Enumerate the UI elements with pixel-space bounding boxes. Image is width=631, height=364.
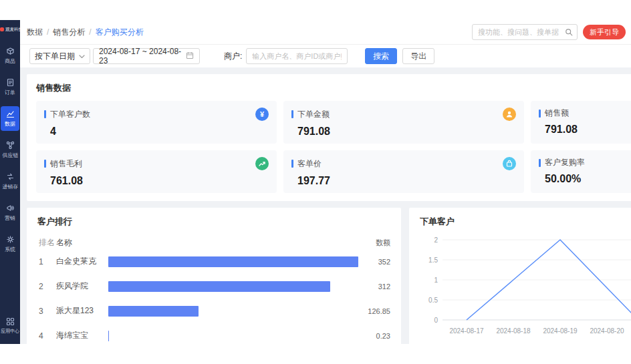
ranking-row: 4 海绵宝宝 0.23 [37, 323, 390, 344]
breadcrumb-item[interactable]: 销售分析 [53, 27, 85, 38]
nodes-icon [6, 141, 15, 150]
svg-text:0.5: 0.5 [428, 297, 438, 304]
guide-button[interactable]: 新手引导 [583, 25, 626, 39]
stat-label: 下单金额 [297, 109, 503, 120]
stat-sales-amount: 销售额 791.08 [531, 101, 631, 144]
stats-grid: 下单客户数 ¥ 4 下单金额 [36, 101, 631, 193]
svg-text:1.5: 1.5 [428, 256, 438, 264]
breadcrumb-separator: / [89, 27, 91, 37]
app-window: 观麦科技 商品 订单 数据 供应链 [0, 20, 631, 344]
svg-text:1: 1 [434, 277, 438, 284]
stat-label: 客单价 [297, 158, 503, 170]
sidebar-item-orders[interactable]: 订单 [1, 75, 19, 100]
stat-gross-profit: 销售毛利 761.08 [36, 150, 277, 193]
chevron-down-icon [79, 51, 85, 61]
order-customers-card: 下单客户 00.511.522024-08-172024-08-182024-0… [409, 208, 631, 344]
rank-number: 4 [37, 331, 56, 341]
merchant-search-input[interactable] [246, 48, 348, 64]
sidebar-item-goods[interactable]: 商品 [1, 43, 19, 68]
stat-value: 197.77 [297, 175, 516, 187]
ranking-row: 2 疾风学院 312 [37, 274, 390, 299]
svg-text:0: 0 [434, 317, 438, 324]
column-header-name: 名称 [56, 237, 108, 248]
orders-line-chart: 00.511.522024-08-172024-08-182024-08-192… [420, 232, 631, 339]
accent-bar [539, 159, 541, 167]
customer-name: 疾风学院 [56, 281, 108, 292]
yen-icon: ¥ [255, 108, 269, 121]
box-icon [6, 47, 15, 55]
rank-number: 2 [37, 282, 56, 291]
accent-bar [44, 110, 46, 118]
stat-order-amount: 下单金额 791.08 [283, 101, 524, 144]
customer-ranking-title: 客户排行 [37, 216, 390, 228]
sidebar-item-label: 数据 [5, 120, 15, 128]
sales-data-card: 销售数据 下单客户数 ¥ 4 [27, 74, 631, 201]
ranking-bar [108, 281, 330, 292]
merchant-label: 商户: [224, 51, 242, 62]
ranking-table: 排名 名称 数额 1 白金史莱克 352 [37, 236, 390, 344]
stat-repurchase-rate: 客户复购率 50.00% [531, 150, 631, 193]
document-icon [6, 78, 15, 87]
stat-order-customers: 下单客户数 ¥ 4 [36, 101, 277, 144]
transfer-arrows-icon [6, 172, 15, 181]
megaphone-icon [6, 204, 15, 212]
sidebar-item-system[interactable]: 系统 [1, 232, 19, 256]
logo-text: 观麦科技 [5, 26, 20, 32]
breadcrumb-item-current: 客户购买分析 [96, 27, 144, 38]
order-customers-title: 下单客户 [420, 216, 631, 228]
accent-bar [44, 160, 46, 168]
export-button[interactable]: 导出 [402, 48, 434, 64]
app-logo: 观麦科技 [0, 26, 20, 33]
date-type-select[interactable]: 按下单日期 [29, 48, 90, 64]
sidebar-item-data[interactable]: 数据 [1, 106, 19, 131]
topbar-actions: 新手引导 [472, 24, 626, 40]
ranking-header: 排名 名称 数额 [37, 236, 390, 249]
customer-name: 白金史莱克 [56, 256, 108, 267]
sidebar-menu: 商品 订单 数据 供应链 进销存 [1, 43, 19, 314]
ranking-value: 352 [358, 258, 390, 266]
breadcrumb-separator: / [47, 27, 49, 37]
global-search-box[interactable] [472, 24, 578, 40]
search-icon[interactable] [565, 28, 577, 36]
ranking-row: 1 白金史莱克 352 [37, 249, 390, 274]
calendar-icon [186, 51, 194, 61]
sidebar-item-label: 应用中心 [1, 328, 19, 335]
stat-value: 761.08 [50, 175, 269, 187]
date-type-label: 按下单日期 [35, 51, 75, 62]
stat-label: 销售毛利 [50, 158, 255, 170]
gear-icon [6, 235, 15, 244]
global-search-input[interactable] [473, 28, 565, 36]
breadcrumb-item[interactable]: 数据 [27, 27, 43, 38]
stat-label: 下单客户数 [50, 109, 255, 120]
accent-bar [291, 110, 293, 118]
column-header-amount: 数额 [358, 238, 390, 248]
stat-value: 50.00% [545, 173, 631, 185]
stat-label: 客户复购率 [545, 157, 631, 168]
sidebar-item-label: 商品 [5, 57, 15, 65]
bottom-row: 客户排行 排名 名称 数额 1 白金史莱克 [27, 208, 631, 344]
dashboard-page: 观麦科技 商品 订单 数据 供应链 [0, 0, 631, 364]
svg-text:2024-08-19: 2024-08-19 [543, 327, 578, 335]
search-button[interactable]: 搜索 [365, 48, 397, 64]
column-header-rank: 排名 [37, 237, 56, 248]
stat-label: 销售额 [545, 108, 631, 119]
stat-avg-order-value: 客单价 197.77 [283, 150, 524, 193]
topbar: 数据 / 销售分析 / 客户购买分析 新手引导 [20, 20, 631, 45]
content-area: 销售数据 下单客户数 ¥ 4 [20, 67, 631, 344]
customer-name: 派大星123 [56, 305, 108, 317]
stat-value: 791.08 [545, 124, 631, 136]
filter-bar: 按下单日期 2024-08-17 ~ 2024-08-23 商户: 搜索 导出 [20, 45, 631, 67]
date-range-picker[interactable]: 2024-08-17 ~ 2024-08-23 [93, 48, 200, 64]
chart-icon [6, 110, 15, 118]
sidebar-item-label: 进销存 [2, 183, 18, 190]
trend-up-icon [255, 157, 269, 170]
sidebar-item-marketing[interactable]: 营销 [1, 200, 19, 225]
sidebar-item-inventory[interactable]: 进销存 [1, 169, 19, 194]
svg-text:2024-08-20: 2024-08-20 [590, 327, 624, 335]
ranking-value: 126.85 [358, 307, 390, 315]
breadcrumb: 数据 / 销售分析 / 客户购买分析 [27, 27, 144, 38]
sidebar-item-app-center[interactable]: 应用中心 [1, 314, 19, 337]
date-range-value: 2024-08-17 ~ 2024-08-23 [99, 47, 186, 65]
sidebar-item-supply-chain[interactable]: 供应链 [1, 138, 19, 162]
main-area: 数据 / 销售分析 / 客户购买分析 新手引导 按下单日期 [20, 20, 631, 344]
